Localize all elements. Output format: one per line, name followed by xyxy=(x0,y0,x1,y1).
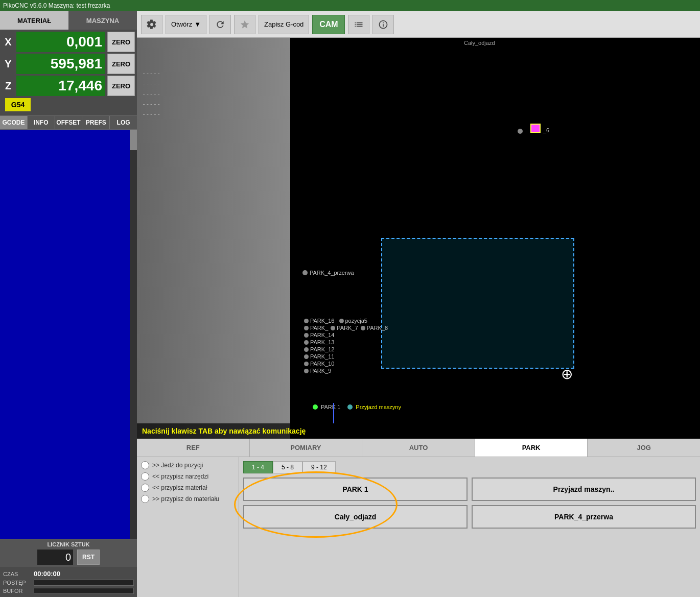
action-label-3: << przypisz materiał xyxy=(152,484,207,491)
bufor-bar xyxy=(34,588,134,594)
park1-button[interactable]: PARK 1 xyxy=(243,477,468,501)
czas-label: CZAS xyxy=(3,571,34,577)
canvas-area: ----- ----- ----- ----- ----- Cały_odjaz… xyxy=(137,38,700,439)
przyjazd-label: Przyjazd maszyny xyxy=(356,404,401,410)
park-btn-grid: PARK 1 Przyjazd maszyn.. Cały_odjazd PAR… xyxy=(243,477,696,529)
coord-row-x: X 0,001 ZERO xyxy=(2,32,135,52)
park-subtabs: 1 - 4 5 - 8 9 - 12 xyxy=(243,461,696,473)
y-value: 595,981 xyxy=(16,54,105,74)
right-panel: Otwórz ▼ Zapisz G-cod CAM xyxy=(137,11,700,597)
park-content: >> Jedź do pozycji << przypisz narzędzi … xyxy=(137,457,700,597)
sub-tabs: GCODE INFO OFFSET PREFS LOG xyxy=(0,115,137,130)
bottom-tabs: REF POMIARY AUTO PARK JOG xyxy=(137,439,700,457)
rst-button[interactable]: RST xyxy=(77,550,100,565)
park1-label: PARK 1 xyxy=(321,404,340,410)
czas-value: 00:00:00 xyxy=(34,570,60,578)
dashed-rect xyxy=(381,238,574,369)
favorite-button[interactable] xyxy=(234,15,255,34)
x-zero-button[interactable]: ZERO xyxy=(107,32,135,52)
park1-node: PARK 1 Przyjazd maszyny xyxy=(313,404,401,410)
refresh-button[interactable] xyxy=(209,15,231,34)
caly-button[interactable]: Cały_odjazd xyxy=(243,505,468,529)
action-row-4: >> przypisz do materiału xyxy=(141,495,235,503)
chart-button[interactable] xyxy=(348,15,369,34)
tab-material[interactable]: MATERIAŁ xyxy=(0,11,68,30)
refresh-icon xyxy=(215,19,225,30)
park4-button[interactable]: PARK_4_przerwa xyxy=(472,505,696,529)
tab-jog[interactable]: JOG xyxy=(588,439,700,457)
save-gcode-button[interactable]: Zapisz G-cod xyxy=(259,15,309,34)
action-radio-1[interactable] xyxy=(141,461,149,469)
park-buttons-area: 1 - 4 5 - 8 9 - 12 PARK 1 Przyjazd maszy… xyxy=(239,457,700,597)
dropdown-arrow-icon: ▼ xyxy=(194,20,201,28)
park1-dot xyxy=(313,404,318,410)
settings-button[interactable] xyxy=(141,15,162,34)
open-button[interactable]: Otwórz ▼ xyxy=(166,15,206,34)
info-icon xyxy=(378,19,388,30)
tab-info[interactable]: INFO xyxy=(28,116,55,129)
park-subtab-9-12[interactable]: 9 - 12 xyxy=(302,461,336,473)
chart-icon xyxy=(354,19,364,30)
counter-section: LICZNIK SZTUK 0 RST xyxy=(0,539,137,567)
coords-section: X 0,001 ZERO Y 595,981 ZERO Z 17,446 ZER… xyxy=(0,30,137,115)
park4-label: PARK_4_przerwa xyxy=(310,270,354,276)
z-value: 17,446 xyxy=(16,76,105,96)
action-label-1: >> Jedź do pozycji xyxy=(152,462,203,469)
coord-row-y: Y 595,981 ZERO xyxy=(2,54,135,74)
bufor-label: BUFOR xyxy=(3,588,34,594)
g54-badge[interactable]: G54 xyxy=(5,98,31,111)
tab-offset[interactable]: OFFSET xyxy=(55,116,83,129)
titlebar: PikoCNC v5.6.0 Maszyna: test frezarka xyxy=(0,0,700,11)
time-section: CZAS 00:00:00 POSTĘP BUFOR xyxy=(0,567,137,597)
park-subtab-5-8[interactable]: 5 - 8 xyxy=(273,461,302,473)
tab-gcode[interactable]: GCODE xyxy=(0,116,28,129)
tab-log[interactable]: LOG xyxy=(110,116,137,129)
action-row-2: << przypisz narzędzi xyxy=(141,472,235,481)
tab-machine[interactable]: MASZYNA xyxy=(68,11,137,30)
park4-dot xyxy=(302,270,308,275)
przyjazd-button[interactable]: Przyjazd maszyn.. xyxy=(472,477,696,501)
park4-node: PARK_4_przerwa xyxy=(302,270,354,276)
action-radio-2[interactable] xyxy=(141,472,149,481)
left-tabs: MATERIAŁ MASZYNA xyxy=(0,11,137,30)
y-zero-button[interactable]: ZERO xyxy=(107,54,135,74)
action-label-4: >> przypisz do materiału xyxy=(152,495,219,503)
cam-button[interactable]: CAM xyxy=(312,15,345,34)
info-button[interactable] xyxy=(372,15,394,34)
przyjazd-dot xyxy=(347,404,353,410)
x-label: X xyxy=(2,36,14,48)
tab-pomiary[interactable]: POMIARY xyxy=(250,439,363,457)
title-text: PikoCNC v5.6.0 Maszyna: test frezarka xyxy=(3,2,110,9)
tab-park[interactable]: PARK xyxy=(475,439,588,457)
action-radio-3[interactable] xyxy=(141,484,149,492)
bottom-panel: REF POMIARY AUTO PARK JOG >> Jedź do poz… xyxy=(137,439,700,597)
caly-odjazd-label: Cały_odjazd xyxy=(464,40,495,46)
action-radio-4[interactable] xyxy=(141,495,149,503)
toolbar: Otwórz ▼ Zapisz G-cod CAM xyxy=(137,11,700,38)
postep-bar xyxy=(34,580,134,586)
save-label: Zapisz G-cod xyxy=(264,20,304,28)
cam-label: CAM xyxy=(319,20,338,29)
crosshair-icon: ⊕ xyxy=(561,366,573,383)
park-subtab-1-4[interactable]: 1 - 4 xyxy=(243,461,273,473)
tab-ref[interactable]: REF xyxy=(137,439,250,457)
z-zero-button[interactable]: ZERO xyxy=(107,76,135,96)
star-icon xyxy=(240,19,250,30)
p6-label: _6 xyxy=(543,127,549,133)
gcode-area xyxy=(0,130,137,539)
gray-dot-p6 xyxy=(518,129,523,134)
tab-auto[interactable]: AUTO xyxy=(362,439,475,457)
tab-prefs[interactable]: PREFS xyxy=(82,116,110,129)
action-row-1: >> Jedź do pozycji xyxy=(141,461,235,469)
text-lines: ----- ----- ----- ----- ----- xyxy=(142,68,160,120)
counter-value: 0 xyxy=(37,550,73,565)
counter-label: LICZNIK SZTUK xyxy=(3,541,134,547)
open-label: Otwórz xyxy=(171,20,192,28)
action-label-2: << przypisz narzędzi xyxy=(152,473,208,480)
postep-label: POSTĘP xyxy=(3,580,34,586)
magenta-box xyxy=(530,124,541,133)
left-actions: >> Jedź do pozycji << przypisz narzędzi … xyxy=(137,457,239,597)
z-label: Z xyxy=(2,80,14,92)
blue-line xyxy=(333,403,334,423)
x-value: 0,001 xyxy=(16,32,105,52)
